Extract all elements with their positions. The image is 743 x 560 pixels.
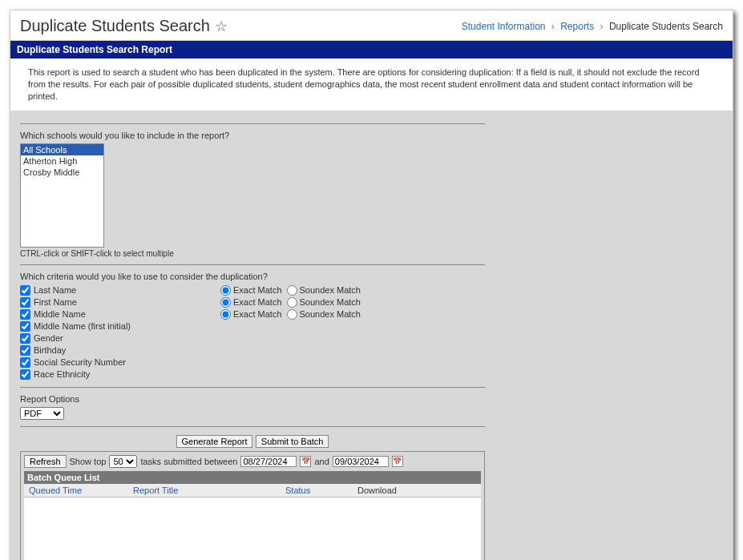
- show-top-label: Show top: [70, 457, 107, 466]
- criteria-label: Middle Name: [34, 309, 86, 319]
- criteria-row: Birthday: [20, 344, 485, 357]
- report-body: Which schools would you like to include …: [10, 111, 733, 560]
- exact-match-label: Exact Match: [233, 309, 282, 319]
- criteria-label: Gender: [34, 333, 63, 343]
- calendar-icon[interactable]: 📅: [392, 456, 403, 467]
- breadcrumb-link-student-info[interactable]: Student Information: [462, 21, 546, 32]
- topbar: Duplicate Students Search ☆ Student Info…: [10, 10, 733, 41]
- col-download: Download: [357, 485, 397, 495]
- submit-to-batch-button[interactable]: Submit to Batch: [256, 435, 329, 448]
- soundex-match-radio[interactable]: [287, 285, 297, 296]
- criteria-row: Race Ethnicity: [20, 369, 485, 381]
- soundex-match-label: Soundex Match: [300, 309, 361, 319]
- criteria-label: Race Ethnicity: [34, 369, 90, 379]
- and-label: and: [314, 457, 329, 466]
- exact-match-radio[interactable]: [220, 285, 231, 296]
- report-format-select[interactable]: PDF: [20, 407, 64, 420]
- criteria-label: Last Name: [34, 285, 76, 295]
- criteria-checkbox[interactable]: [20, 369, 30, 380]
- date-to-input[interactable]: [333, 456, 389, 467]
- batch-panel: Refresh Show top 50 tasks submitted betw…: [20, 451, 485, 560]
- exact-match-label: Exact Match: [233, 297, 282, 307]
- criteria-checkbox[interactable]: [20, 333, 30, 344]
- breadcrumb-link-reports[interactable]: Reports: [560, 21, 594, 32]
- criteria-label: Birthday: [34, 345, 66, 355]
- soundex-match-label: Soundex Match: [300, 297, 361, 307]
- col-queued-time[interactable]: Queued Time: [29, 485, 82, 495]
- col-status[interactable]: Status: [285, 485, 310, 495]
- schools-question: Which schools would you like to include …: [20, 131, 485, 140]
- criteria-row: First NameExact MatchSoundex Match: [20, 296, 485, 308]
- school-option[interactable]: All Schools: [21, 144, 103, 155]
- batch-queue-title: Batch Queue List: [24, 471, 481, 484]
- report-banner: Duplicate Students Search Report: [10, 41, 733, 58]
- criteria-row: Middle NameExact MatchSoundex Match: [20, 308, 485, 320]
- school-option[interactable]: Atherton High: [21, 155, 103, 167]
- criteria-label: Social Security Number: [34, 357, 126, 367]
- report-options-label: Report Options: [20, 394, 485, 404]
- criteria-checkbox[interactable]: [20, 345, 30, 356]
- refresh-button[interactable]: Refresh: [24, 455, 67, 468]
- criteria-row: Middle Name (first initial): [20, 320, 485, 332]
- criteria-checkbox[interactable]: [20, 309, 30, 320]
- show-top-select[interactable]: 50: [109, 455, 137, 468]
- divider: [20, 123, 485, 124]
- criteria-checkbox[interactable]: [20, 297, 30, 308]
- criteria-question: Which criteria would you like to use to …: [20, 272, 485, 281]
- divider: [20, 387, 485, 388]
- chevron-right-icon: ›: [600, 21, 604, 32]
- batch-queue-body: [24, 498, 481, 560]
- page-frame: Duplicate Students Search ☆ Student Info…: [10, 10, 733, 560]
- favorite-star-icon[interactable]: ☆: [215, 18, 228, 35]
- criteria-label: Middle Name (first initial): [34, 321, 131, 331]
- criteria-label: First Name: [34, 297, 77, 307]
- generate-report-button[interactable]: Generate Report: [176, 435, 253, 448]
- divider: [20, 264, 485, 265]
- criteria-row: Last NameExact MatchSoundex Match: [20, 284, 485, 296]
- exact-match-radio[interactable]: [220, 309, 231, 320]
- criteria-checkbox[interactable]: [20, 357, 30, 368]
- breadcrumb: Student Information › Reports › Duplicat…: [462, 21, 723, 32]
- multiselect-hint: CTRL-click or SHIFT-click to select mult…: [20, 249, 485, 258]
- report-description: This report is used to search a student …: [10, 58, 733, 111]
- col-report-title[interactable]: Report Title: [133, 485, 178, 495]
- schools-multiselect[interactable]: All SchoolsAtherton HighCrosby Middle: [20, 143, 104, 248]
- criteria-row: Gender: [20, 332, 485, 344]
- chevron-right-icon: ›: [551, 21, 555, 32]
- criteria-list: Last NameExact MatchSoundex MatchFirst N…: [20, 284, 485, 381]
- soundex-match-radio[interactable]: [287, 309, 297, 320]
- breadcrumb-current: Duplicate Students Search: [609, 21, 723, 32]
- exact-match-label: Exact Match: [233, 285, 282, 295]
- criteria-checkbox[interactable]: [20, 321, 30, 332]
- exact-match-radio[interactable]: [220, 297, 231, 308]
- page-title: Duplicate Students Search: [20, 17, 210, 35]
- tasks-between-label: tasks submitted between: [140, 457, 237, 466]
- criteria-row: Social Security Number: [20, 357, 485, 369]
- soundex-match-label: Soundex Match: [300, 285, 361, 295]
- school-option[interactable]: Crosby Middle: [21, 167, 103, 178]
- soundex-match-radio[interactable]: [287, 297, 297, 308]
- date-from-input[interactable]: [240, 456, 297, 467]
- divider: [20, 426, 485, 427]
- batch-queue-header-row: Queued Time Report Title Status Download: [24, 484, 481, 498]
- calendar-icon[interactable]: 📅: [300, 456, 311, 467]
- criteria-checkbox[interactable]: [20, 285, 30, 296]
